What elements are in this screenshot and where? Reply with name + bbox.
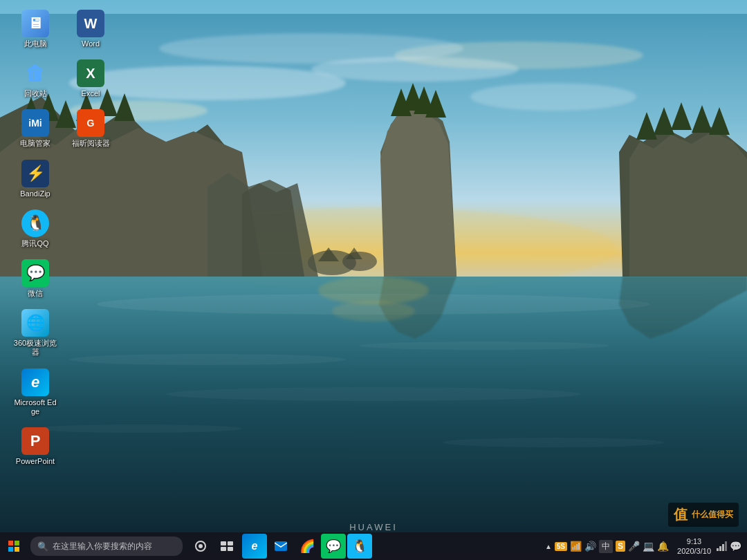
- desktop: 🖥 此电脑 W Word 🗑 回收站 X Excel iMi 电脑管家: [0, 0, 747, 560]
- svg-point-11: [360, 342, 609, 350]
- wechat-icon: 💬: [21, 259, 49, 287]
- icon-pdf[interactable]: G 福昕阅读器: [66, 106, 116, 151]
- notification-icon[interactable]: 🔔: [657, 541, 669, 552]
- recycle-icon: 🗑: [21, 59, 49, 87]
- svg-rect-53: [228, 541, 233, 545]
- start-button[interactable]: [0, 532, 28, 560]
- icon-excel[interactable]: X Excel: [66, 57, 116, 101]
- watermark-text: 什么值得买: [692, 510, 733, 521]
- svg-rect-55: [228, 547, 233, 551]
- pdf-icon: G: [77, 109, 104, 137]
- icon-qq[interactable]: 🐧 腾讯QQ: [10, 207, 60, 251]
- svg-rect-48: [8, 547, 13, 552]
- clock-time: 9:13: [687, 536, 701, 546]
- taskbar-wechat-app[interactable]: 💬: [321, 534, 346, 559]
- tray-overflow-button[interactable]: ▲: [545, 543, 552, 550]
- svg-point-12: [166, 387, 581, 401]
- watermark: 值 什么值得买: [668, 503, 739, 527]
- svg-rect-47: [15, 541, 19, 545]
- taskbar-right: ▲ 5S 📶 🔊 中 S 🎤 💻 🔔: [545, 536, 747, 557]
- icon-wechat[interactable]: 💬 微信: [10, 256, 60, 301]
- icon-360[interactable]: 🌐 360极速浏览器: [10, 306, 60, 360]
- taskbar: 🔍 在这里输入你要搜索的内容 e: [0, 532, 747, 560]
- system-clock[interactable]: 9:13 2020/3/10: [677, 536, 711, 557]
- volume-icon[interactable]: 🔊: [584, 541, 596, 552]
- word-label: Word: [82, 39, 100, 48]
- search-placeholder: 在这里输入你要搜索的内容: [53, 541, 152, 552]
- excel-label: Excel: [82, 89, 100, 98]
- svg-point-6: [159, 33, 463, 64]
- network-icon[interactable]: 📶: [570, 541, 582, 552]
- ppt-icon: P: [21, 427, 49, 455]
- svg-rect-52: [221, 541, 226, 545]
- bandizip-icon: ⚡: [21, 160, 49, 187]
- desktop-icons: 🖥 此电脑 W Word 🗑 回收站 X Excel iMi 电脑管家: [10, 7, 116, 469]
- mail-icon: [275, 541, 287, 551]
- taskbar-search[interactable]: 🔍 在这里输入你要搜索的内容: [30, 536, 183, 556]
- huawei-branding: HUAWEI: [349, 522, 398, 532]
- svg-point-39: [342, 252, 377, 271]
- cortana-button[interactable]: [188, 534, 213, 559]
- svg-rect-54: [221, 547, 226, 551]
- word-icon: W: [77, 10, 104, 37]
- ppt-label: PowerPoint: [16, 457, 55, 466]
- action-center-icon[interactable]: 💬: [730, 541, 741, 552]
- taskbar-mail-app[interactable]: [268, 534, 293, 559]
- 360-label: 360极速浏览器: [13, 339, 57, 357]
- bandizip-label: BandiZip: [20, 189, 50, 198]
- svg-marker-32: [629, 131, 747, 277]
- icon-ppt[interactable]: P PowerPoint: [10, 424, 60, 469]
- recycle-label: 回收站: [24, 89, 47, 98]
- task-view-button[interactable]: [214, 534, 239, 559]
- pdf-label: 福昕阅读器: [72, 139, 110, 148]
- taskbar-chrome-app[interactable]: 🌈: [295, 534, 320, 559]
- svg-point-3: [470, 83, 636, 111]
- svg-point-45: [332, 301, 415, 321]
- microphone-icon[interactable]: 🎤: [628, 541, 640, 552]
- clock-date: 2020/3/10: [677, 546, 711, 556]
- imi-label: 电脑管家: [20, 139, 50, 148]
- windows-logo-icon: [8, 541, 19, 552]
- edge-icon: e: [21, 368, 49, 396]
- icon-bandizip[interactable]: ⚡ BandiZip: [10, 157, 60, 201]
- edge-label: Microsoft Edge: [13, 398, 57, 416]
- icon-recycle[interactable]: 🗑 回收站: [10, 57, 60, 101]
- mypc-label: 此电脑: [24, 39, 47, 48]
- qq-icon: 🐧: [21, 209, 49, 237]
- taskbar-middle-buttons: [188, 534, 239, 559]
- signal-bars: [717, 541, 727, 551]
- 360-icon: 🌐: [21, 309, 49, 337]
- svg-rect-46: [8, 541, 13, 545]
- svg-point-44: [318, 277, 429, 304]
- cortana-icon: [194, 540, 207, 552]
- svg-rect-56: [275, 541, 287, 551]
- wechat-label: 微信: [28, 289, 43, 298]
- watermark-logo: 值: [674, 505, 688, 524]
- imi-icon: iMi: [21, 109, 49, 137]
- qq-label: 腾讯QQ: [21, 239, 48, 248]
- svg-point-51: [199, 544, 203, 548]
- task-view-icon: [221, 541, 233, 551]
- mypc-icon: 🖥: [21, 10, 49, 37]
- icon-mypc[interactable]: 🖥 此电脑: [10, 7, 60, 51]
- svg-rect-49: [15, 547, 19, 552]
- show-desktop-icon[interactable]: 💻: [643, 541, 654, 552]
- icon-word[interactable]: W Word: [66, 7, 116, 51]
- excel-icon: X: [77, 59, 104, 87]
- 5g-status-icon: 5S: [555, 542, 567, 551]
- taskbar-qq-app[interactable]: 🐧: [347, 534, 372, 559]
- search-icon: 🔍: [37, 541, 48, 552]
- taskbar-edge-app[interactable]: e: [242, 534, 267, 559]
- 360-tray-icon[interactable]: S: [616, 541, 625, 552]
- icon-imi[interactable]: iMi 电脑管家: [10, 106, 60, 151]
- icon-edge[interactable]: e Microsoft Edge: [10, 366, 60, 419]
- ime-icon[interactable]: 中: [599, 540, 613, 553]
- taskbar-pinned-apps: e 🌈 💬 🐧: [242, 534, 372, 559]
- svg-point-14: [443, 438, 664, 447]
